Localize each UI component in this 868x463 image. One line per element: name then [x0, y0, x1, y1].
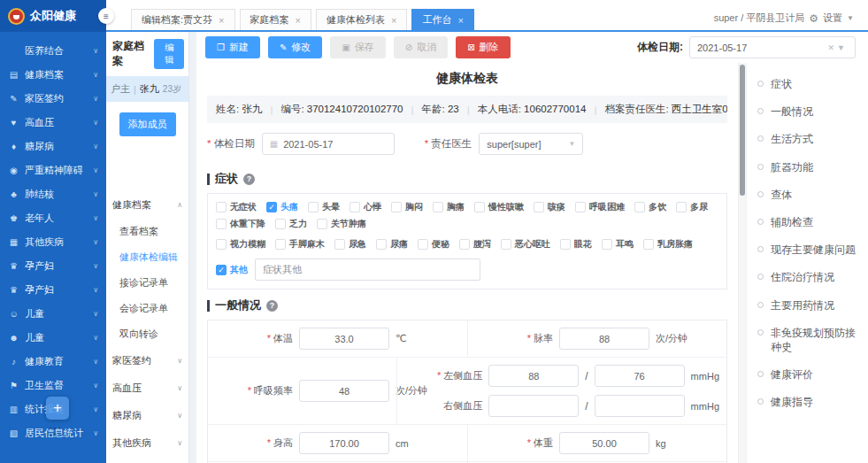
- bp-right-sys-input[interactable]: [488, 395, 579, 417]
- anchor-现存主要健康问题[interactable]: 现存主要健康问题: [757, 243, 861, 257]
- vertical-scrollbar[interactable]: [738, 63, 746, 463]
- floating-add-button[interactable]: +: [46, 397, 69, 420]
- tab-1[interactable]: 编辑档案:贾文芬×: [131, 9, 235, 30]
- temp-input[interactable]: 33.0: [299, 328, 389, 350]
- family-member-row[interactable]: 户主 | 张九 23岁: [106, 76, 188, 102]
- sidebar-item-卫生监督[interactable]: ⚑卫生监督∨: [0, 374, 106, 397]
- anchor-健康评价[interactable]: 健康评价: [757, 367, 861, 382]
- pulse-input[interactable]: 88: [559, 328, 649, 350]
- family-menu-其他疾病[interactable]: 其他疾病∨: [106, 429, 188, 457]
- close-icon[interactable]: ×: [457, 15, 463, 26]
- cancel-button[interactable]: ⊘取消: [394, 36, 448, 58]
- clear-icon[interactable]: ✕: [828, 43, 838, 52]
- family-menu-健康档案[interactable]: 健康档案∧: [106, 191, 188, 219]
- sidebar-item-严重精神障碍[interactable]: ◉严重精神障碍∨: [0, 158, 106, 182]
- bp-left-sys-input[interactable]: 88: [488, 365, 579, 387]
- sidebar-item-其他疾病[interactable]: ▦其他疾病∨: [0, 230, 106, 254]
- edit-button[interactable]: ✎修改: [268, 36, 322, 58]
- symptom-other-checkbox[interactable]: ✓ 其他: [216, 264, 248, 276]
- symptom-checkbox-头晕[interactable]: 头晕: [308, 201, 340, 213]
- symptom-checkbox-恶心呕吐[interactable]: 恶心呕吐: [501, 238, 550, 251]
- anchor-症状[interactable]: 症状: [757, 77, 861, 91]
- sidebar-collapse-button[interactable]: ≡: [98, 8, 114, 24]
- weight-input[interactable]: 50.00: [559, 432, 649, 454]
- anchor-一般情况[interactable]: 一般情况: [757, 104, 861, 119]
- symptom-checkbox-耳鸣[interactable]: 耳鸣: [602, 238, 634, 251]
- tab-3[interactable]: 健康体检列表×: [316, 9, 407, 30]
- family-menu-高血压[interactable]: 高血压∨: [106, 374, 188, 402]
- symptom-checkbox-乏力[interactable]: 乏力: [275, 218, 307, 230]
- delete-button[interactable]: ⊠删除: [456, 36, 510, 58]
- symptom-checkbox-呼吸困难[interactable]: 呼吸困难: [575, 201, 625, 213]
- settings-menu[interactable]: 设置: [823, 12, 842, 25]
- symptom-checkbox-乳房胀痛[interactable]: 乳房胀痛: [643, 238, 693, 251]
- anchor-脏器功能[interactable]: 脏器功能: [757, 160, 861, 174]
- family-submenu-查看档案[interactable]: 查看档案: [106, 219, 188, 244]
- close-icon[interactable]: ×: [391, 15, 396, 26]
- resp-input[interactable]: 48: [299, 380, 389, 402]
- sidebar-item-医养结合[interactable]: 医养结合∨: [0, 39, 106, 63]
- anchor-辅助检查[interactable]: 辅助检查: [757, 215, 861, 229]
- sidebar-item-糖尿病[interactable]: ♦糖尿病∨: [0, 135, 106, 158]
- sidebar-item-健康档案[interactable]: ▤健康档案∨: [0, 63, 106, 87]
- symptom-checkbox-便秘[interactable]: 便秘: [418, 238, 449, 251]
- sidebar-item-老年人[interactable]: ♚老年人∨: [0, 206, 106, 230]
- symptom-checkbox-视力模糊[interactable]: 视力模糊: [216, 238, 265, 251]
- bp-right-dia-input[interactable]: [595, 395, 685, 417]
- tab-2[interactable]: 家庭档案×: [240, 9, 311, 30]
- symptom-checkbox-关节肿痛[interactable]: 关节肿痛: [317, 218, 366, 230]
- save-button[interactable]: ▣保存: [330, 36, 385, 58]
- symptom-checkbox-胸闷[interactable]: 胸闷: [391, 201, 423, 213]
- symptom-checkbox-尿急[interactable]: 尿急: [334, 238, 366, 251]
- family-menu-家医签约[interactable]: 家医签约∨: [106, 347, 188, 374]
- symptom-checkbox-眼花[interactable]: 眼花: [560, 238, 592, 251]
- symptom-checkbox-体重下降[interactable]: 体重下降: [216, 218, 265, 230]
- sidebar-item-孕产妇[interactable]: ♛孕产妇∨: [0, 254, 106, 278]
- height-input[interactable]: 170.00: [299, 432, 389, 454]
- anchor-查体[interactable]: 查体: [757, 188, 861, 202]
- symptom-checkbox-慢性咳嗽[interactable]: 慢性咳嗽: [474, 201, 524, 213]
- family-menu-糖尿病[interactable]: 糖尿病∨: [106, 402, 188, 429]
- family-menu-健康教育[interactable]: 健康教育∨: [106, 457, 188, 463]
- exam-date-select[interactable]: 2021-05-17 ✕▼: [689, 36, 856, 58]
- sidebar-item-儿童[interactable]: ☻儿童∨: [0, 326, 106, 350]
- symptom-checkbox-咳痰[interactable]: 咳痰: [534, 201, 565, 213]
- sidebar-item-儿童[interactable]: ☺儿童∨: [0, 302, 106, 326]
- anchor-健康指导[interactable]: 健康指导: [757, 395, 861, 409]
- anchor-住院治疗情况[interactable]: 住院治疗情况: [757, 270, 861, 284]
- sidebar-item-肺结核[interactable]: ♣肺结核∨: [0, 182, 106, 206]
- family-submenu-会诊记录单[interactable]: 会诊记录单: [106, 296, 188, 321]
- symptom-checkbox-尿痛[interactable]: 尿痛: [376, 238, 408, 251]
- symptom-checkbox-多尿[interactable]: 多尿: [676, 201, 708, 213]
- help-icon[interactable]: ?: [243, 174, 255, 185]
- symptom-checkbox-无症状[interactable]: 无症状: [216, 201, 257, 213]
- sidebar-item-健康教育[interactable]: ♪健康教育∨: [0, 350, 106, 374]
- scrollbar-thumb[interactable]: [740, 65, 745, 196]
- tab-4[interactable]: 工作台×: [411, 9, 473, 30]
- doctor-select[interactable]: super[super] ▼: [479, 133, 583, 155]
- sidebar-item-家医签约[interactable]: ✎家医签约∨: [0, 87, 106, 111]
- sidebar-item-孕产妇[interactable]: ♛孕产妇∨: [0, 278, 106, 302]
- add-member-button[interactable]: 添加成员: [119, 112, 176, 136]
- anchor-生活方式[interactable]: 生活方式: [757, 132, 861, 146]
- symptom-other-input[interactable]: 症状其他: [255, 259, 480, 281]
- symptom-checkbox-腹泻[interactable]: 腹泻: [459, 238, 491, 251]
- family-submenu-双向转诊[interactable]: 双向转诊: [106, 321, 188, 347]
- symptom-checkbox-胸痛[interactable]: 胸痛: [433, 201, 465, 213]
- family-submenu-接诊记录单[interactable]: 接诊记录单: [106, 270, 188, 296]
- new-button[interactable]: ❐新建: [205, 36, 260, 58]
- help-icon[interactable]: ?: [266, 300, 278, 312]
- symptom-checkbox-头痛[interactable]: ✓头痛: [266, 201, 298, 213]
- symptom-checkbox-手脚麻木[interactable]: 手脚麻木: [275, 238, 325, 251]
- symptom-checkbox-多饮[interactable]: 多饮: [634, 201, 666, 213]
- anchor-非免疫规划预防接种史[interactable]: 非免疫规划预防接种史: [757, 326, 861, 354]
- bp-left-dia-input[interactable]: 76: [595, 365, 685, 387]
- symptom-checkbox-心悸[interactable]: 心悸: [350, 201, 381, 213]
- anchor-主要用药情况[interactable]: 主要用药情况: [757, 298, 861, 313]
- family-submenu-健康体检编辑[interactable]: 健康体检编辑: [106, 244, 188, 270]
- close-icon[interactable]: ×: [296, 15, 301, 26]
- close-icon[interactable]: ×: [219, 15, 224, 26]
- edit-family-button[interactable]: 编辑: [154, 39, 184, 69]
- sidebar-item-高血压[interactable]: ♥高血压∨: [0, 111, 106, 135]
- exam-date-input[interactable]: ▦ 2021-05-17: [262, 133, 395, 155]
